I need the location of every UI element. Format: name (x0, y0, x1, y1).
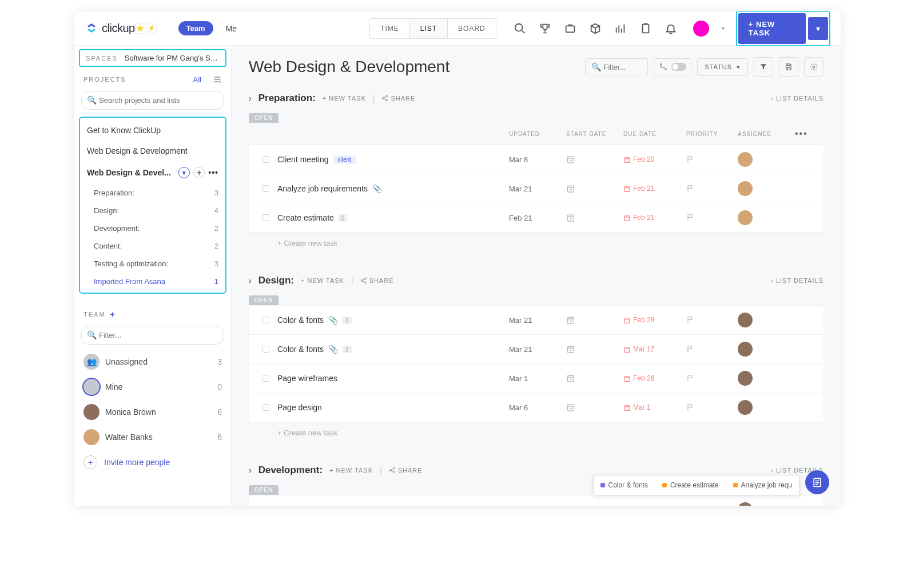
sidebar-list-item[interactable]: Imported From Asana1 (80, 273, 225, 290)
chevron-down-icon[interactable]: ▾ (178, 167, 190, 178)
more-columns-icon[interactable]: ••• (795, 129, 818, 139)
team-member[interactable]: Mine0 (74, 374, 231, 399)
section-share[interactable]: SHARE (381, 95, 415, 102)
attachment-icon[interactable]: 📎 (372, 184, 382, 193)
filter-input[interactable] (603, 63, 643, 71)
filter-button[interactable] (754, 57, 773, 77)
view-board[interactable]: BOARD (448, 19, 496, 38)
view-list[interactable]: LIST (410, 19, 448, 38)
team-member[interactable]: Walter Banks6 (74, 425, 231, 450)
task-row[interactable]: Create estimate1 Feb 21 Feb 21 (249, 203, 824, 232)
save-button[interactable] (779, 57, 798, 77)
box-icon[interactable] (589, 22, 602, 35)
due-date[interactable]: Feb 21 (623, 185, 686, 193)
assignee-avatar[interactable] (738, 152, 753, 167)
section-share[interactable]: SHARE (389, 467, 423, 474)
due-date[interactable]: Feb 21 (623, 214, 686, 222)
project-item-active[interactable]: Web Design & Devel... ▾ + ••• (80, 161, 225, 184)
start-date-picker[interactable] (566, 315, 623, 325)
invite-people[interactable]: + Invite more people (74, 450, 231, 475)
task-checkbox[interactable] (262, 214, 269, 221)
user-caret-icon[interactable]: ▾ (722, 25, 725, 31)
task-row[interactable]: Back-end Mar 12 Mar 12 (249, 495, 824, 506)
minimized-task[interactable]: Create estimate (655, 481, 726, 489)
task-row[interactable]: Page design Mar 6 Mar 1 (249, 393, 824, 422)
task-row[interactable]: Client meetingclient Mar 8 Feb 20 (249, 145, 824, 174)
priority-flag[interactable] (686, 155, 738, 163)
assignee-avatar[interactable] (738, 400, 753, 415)
view-time[interactable]: TIME (370, 19, 410, 38)
trophy-icon[interactable] (539, 22, 551, 35)
status-dropdown[interactable]: STATUS ▾ (697, 58, 748, 76)
chevron-right-icon[interactable]: › (249, 94, 252, 103)
search-icon[interactable] (514, 22, 526, 35)
new-task-dropdown[interactable]: ▾ (808, 17, 828, 40)
minimized-task[interactable]: Analyze job requ (726, 481, 799, 489)
projects-all-link[interactable]: All (193, 75, 201, 84)
search-projects-input[interactable] (81, 91, 224, 110)
priority-flag[interactable] (686, 185, 738, 193)
team-member[interactable]: 👥Unassigned3 (74, 349, 231, 374)
start-date-picker[interactable] (566, 213, 623, 222)
due-date[interactable]: Feb 28 (623, 316, 686, 324)
due-date[interactable]: Mar 12 (623, 345, 686, 353)
project-item[interactable]: Get to Know ClickUp (80, 120, 225, 141)
task-checkbox[interactable] (262, 404, 269, 411)
assignee-avatar[interactable] (738, 342, 753, 357)
chevron-right-icon[interactable]: › (249, 276, 252, 285)
priority-flag[interactable] (686, 214, 738, 222)
bolt-chip[interactable]: ⚡ (146, 23, 157, 34)
due-date[interactable]: Feb 20 (623, 155, 686, 163)
start-date-picker[interactable] (566, 184, 623, 193)
assignee-avatar[interactable] (738, 502, 753, 506)
list-details[interactable]: › LIST DETAILS (771, 95, 824, 102)
task-checkbox[interactable] (262, 156, 269, 163)
attachment-icon[interactable]: 📎 (328, 315, 338, 325)
list-details[interactable]: › LIST DETAILS (771, 277, 824, 284)
briefcase-icon[interactable] (564, 22, 576, 35)
spaces-selector[interactable]: SPACES Software for PM Gang's Sp... (79, 49, 226, 67)
sidebar-list-item[interactable]: Development:2 (80, 219, 225, 237)
chevron-right-icon[interactable]: › (249, 466, 252, 475)
user-avatar[interactable] (693, 21, 709, 37)
project-item[interactable]: Web Design & Development (80, 141, 225, 161)
start-date-picker[interactable] (566, 505, 623, 506)
collapse-icon[interactable] (213, 75, 222, 84)
add-team-icon[interactable]: + (110, 310, 115, 319)
star-chip[interactable]: ⭐ (135, 23, 145, 34)
sidebar-list-item[interactable]: Content:2 (80, 237, 225, 255)
section-new-task[interactable]: + NEW TASK (329, 467, 373, 474)
team-filter-input[interactable] (81, 326, 224, 345)
task-row[interactable]: Color & fonts📎1 Mar 21 Feb 28 (249, 305, 824, 334)
assignee-avatar[interactable] (738, 371, 753, 386)
task-row[interactable]: Color & fonts📎1 Mar 21 Mar 12 (249, 334, 824, 363)
section-share[interactable]: SHARE (360, 277, 394, 284)
start-date-picker[interactable] (566, 403, 623, 412)
add-list-icon[interactable]: + (193, 167, 205, 178)
sidebar-list-item[interactable]: Design:4 (80, 202, 225, 219)
priority-flag[interactable] (686, 316, 738, 324)
subtask-toggle[interactable] (654, 58, 691, 75)
section-new-task[interactable]: + NEW TASK (323, 95, 366, 102)
start-date-picker[interactable] (566, 374, 623, 383)
start-date-picker[interactable] (566, 155, 623, 164)
priority-flag[interactable] (686, 374, 738, 382)
minimized-task[interactable]: Color & fonts (594, 481, 655, 489)
toggle-switch[interactable] (671, 63, 686, 71)
sidebar-list-item[interactable]: Preparation:3 (80, 184, 225, 202)
clipboard-icon[interactable] (639, 22, 652, 35)
task-checkbox[interactable] (262, 375, 269, 382)
create-task-row[interactable]: + Create new task (249, 232, 824, 254)
filter-box[interactable]: 🔍 (585, 58, 648, 75)
task-row[interactable]: Page wireframes Mar 1 Feb 26 (249, 363, 824, 393)
logo[interactable]: clickup (85, 22, 135, 35)
new-task-button[interactable]: + NEW TASK (738, 13, 806, 44)
start-date-picker[interactable] (566, 345, 623, 354)
task-row[interactable]: Analyze job requirements📎 Mar 21 Feb 21 (249, 174, 824, 203)
settings-button[interactable] (804, 57, 824, 77)
assignee-avatar[interactable] (738, 210, 753, 225)
due-date[interactable]: Feb 26 (623, 374, 686, 382)
task-tag[interactable]: client (333, 155, 356, 164)
notepad-fab[interactable] (805, 470, 829, 494)
assignee-avatar[interactable] (738, 313, 753, 327)
